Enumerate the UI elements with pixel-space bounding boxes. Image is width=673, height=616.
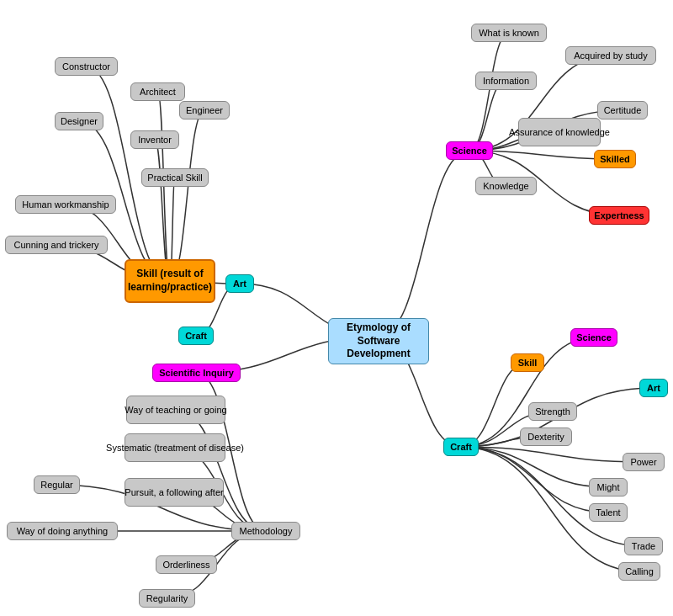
node-engineer: Engineer	[179, 101, 230, 119]
node-methodology: Methodology	[231, 522, 300, 540]
node-assurance-knowledge: Assurance of knowledge	[518, 118, 601, 146]
node-cunning-trickery: Cunning and trickery	[5, 236, 108, 254]
node-strength: Strength	[528, 402, 577, 421]
node-power: Power	[623, 453, 665, 471]
node-expertness: Expertness	[589, 206, 649, 225]
node-way-doing: Way of doing anything	[7, 522, 118, 540]
node-way-teaching: Way of teaching or going	[126, 396, 225, 424]
node-might: Might	[589, 478, 628, 497]
node-pursuit: Pursuit, a following after	[125, 478, 224, 507]
node-science-top: Science	[446, 141, 493, 160]
center-node: Etymology of Software Development	[328, 318, 429, 364]
node-skilled: Skilled	[594, 150, 636, 168]
node-art: Art	[225, 274, 254, 293]
node-art-right: Art	[639, 379, 668, 397]
node-certitude: Certitude	[597, 101, 648, 119]
node-knowledge: Knowledge	[475, 177, 537, 195]
node-regularity: Regularity	[139, 589, 195, 608]
node-calling: Calling	[618, 562, 660, 581]
node-dexterity: Dexterity	[520, 427, 572, 446]
node-orderliness: Orderliness	[156, 555, 217, 574]
node-information: Information	[475, 72, 537, 90]
node-architect: Architect	[130, 82, 185, 101]
node-practical-skill: Practical Skill	[141, 168, 209, 187]
node-craft-small: Craft	[178, 327, 214, 345]
node-human-workmanship: Human workmanship	[15, 195, 116, 214]
node-what-known: What is known	[471, 24, 547, 42]
node-constructor: Constructor	[55, 57, 118, 76]
node-inventor: Inventor	[130, 130, 179, 149]
mind-map-canvas: Etymology of Software DevelopmentConstru…	[0, 0, 673, 616]
node-skill-large: Skill (result of learning/practice)	[125, 259, 215, 303]
node-systematic: Systematic (treatment of disease)	[125, 433, 225, 462]
node-acquired-study: Acquired by study	[565, 46, 656, 65]
node-scientific-inquiry: Scientific Inquiry	[152, 364, 241, 382]
node-regular: Regular	[34, 475, 80, 494]
node-science-right: Science	[570, 328, 617, 347]
node-designer: Designer	[55, 112, 103, 130]
node-skill-right: Skill	[511, 353, 544, 372]
node-craft-right: Craft	[443, 438, 479, 456]
node-trade: Trade	[624, 537, 663, 555]
node-talent: Talent	[589, 503, 628, 522]
